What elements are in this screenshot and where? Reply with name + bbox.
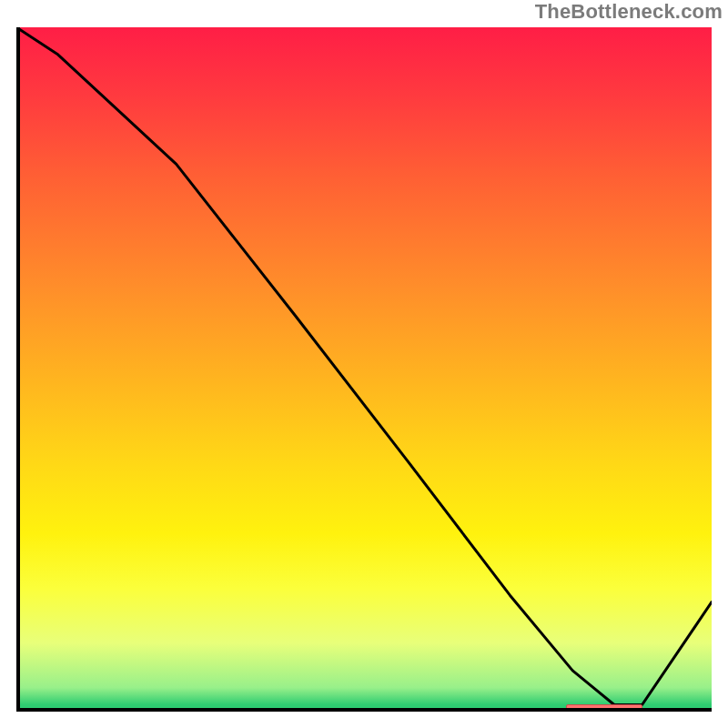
chart-curve-svg — [16, 27, 712, 712]
bottleneck-curve-line — [16, 27, 712, 705]
chart-area — [16, 27, 712, 712]
chart-axis-bottom — [16, 708, 712, 712]
watermark-text: TheBottleneck.com — [535, 0, 723, 24]
chart-axis-left — [16, 27, 20, 712]
